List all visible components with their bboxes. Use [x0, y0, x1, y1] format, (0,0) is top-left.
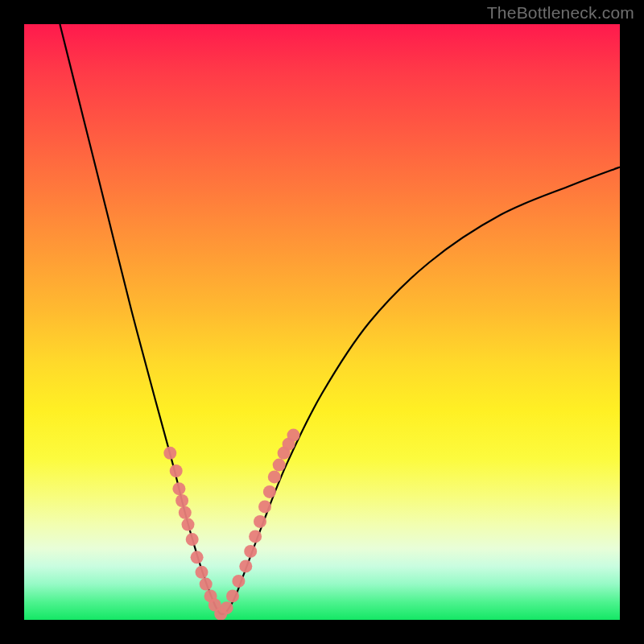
marker-dot	[163, 447, 176, 460]
marker-dot	[273, 459, 286, 472]
marker-dot	[258, 500, 271, 513]
marker-dot	[200, 578, 213, 591]
marker-dot	[249, 530, 262, 543]
marker-dot	[268, 470, 281, 483]
curve-layer	[24, 24, 620, 620]
marker-dot	[226, 589, 239, 602]
marker-dot	[239, 559, 252, 572]
marker-dot	[263, 485, 276, 498]
bottleneck-curve	[60, 24, 620, 614]
marker-dot	[172, 482, 185, 495]
marker-dots	[163, 429, 299, 620]
marker-dot	[175, 494, 188, 507]
marker-dot	[179, 506, 192, 519]
marker-dot	[191, 551, 204, 564]
chart-frame: TheBottleneck.com	[0, 0, 644, 644]
marker-dot	[182, 518, 195, 531]
marker-dot	[287, 429, 300, 442]
marker-dot	[186, 533, 199, 546]
marker-dot	[232, 575, 245, 588]
marker-dot	[196, 566, 208, 579]
marker-dot	[221, 601, 233, 614]
marker-dot	[254, 515, 266, 528]
marker-dot	[244, 545, 257, 558]
marker-dot	[170, 464, 183, 477]
bottleneck-curve-path	[60, 24, 620, 614]
watermark-text: TheBottleneck.com	[487, 3, 634, 23]
plot-area	[24, 24, 620, 620]
